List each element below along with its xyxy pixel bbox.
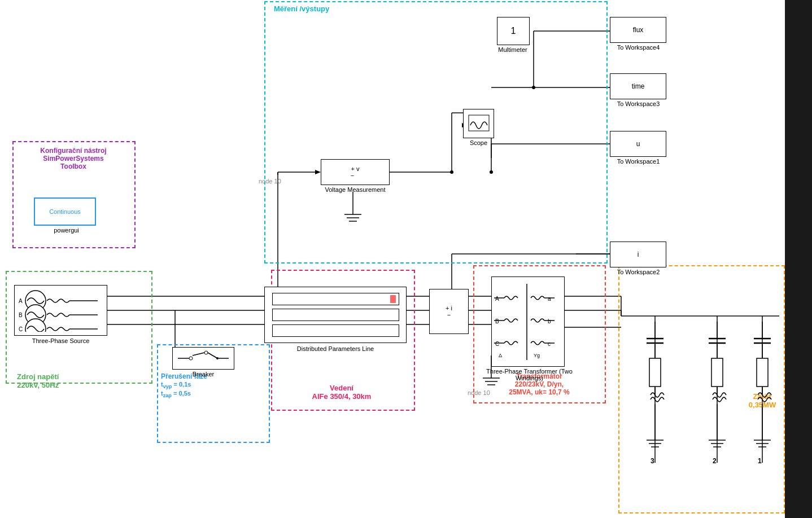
svg-text:Δ: Δ: [499, 353, 502, 358]
i-label: i: [638, 251, 639, 258]
svg-text:A: A: [19, 298, 23, 304]
flux-sublabel: To Workspace4: [609, 44, 668, 51]
scope-sublabel: Scope: [463, 139, 494, 146]
breaker-icon: [175, 350, 232, 367]
breaker-sublabel: Breaker: [172, 371, 234, 377]
current-meas-block[interactable]: + i −: [429, 289, 469, 334]
transformer-sublabel: Three-Phase Transformer (Two Windings): [474, 368, 584, 381]
transformer-icon: A B C a b c Δ Yg: [494, 281, 562, 363]
voltage-measurement-block[interactable]: + v−: [321, 159, 390, 185]
svg-text:A: A: [495, 296, 499, 302]
i-workspace-block[interactable]: i: [610, 242, 666, 267]
dist-line-sublabel: Distributed Parameters Line: [264, 345, 407, 352]
time-sublabel: To Workspace3: [609, 100, 668, 107]
flux-label: flux: [633, 26, 644, 34]
scope-icon: [468, 114, 490, 134]
powergui-label: Continuous: [49, 208, 81, 215]
svg-line-68: [193, 353, 204, 355]
three-phase-source-icon: A B C: [19, 289, 103, 332]
config-label: Konfigurační nástrojSimPowerSystemsToolb…: [20, 147, 127, 170]
svg-text:B: B: [19, 312, 23, 318]
svg-point-69: [204, 351, 208, 354]
svg-point-71: [216, 357, 219, 359]
u-workspace-block[interactable]: u: [610, 131, 666, 157]
svg-text:c: c: [548, 341, 551, 347]
three-phase-source-sublabel: Three-Phase Source: [14, 337, 107, 344]
svg-point-67: [189, 357, 193, 360]
time-workspace-block[interactable]: time: [610, 73, 666, 99]
measurement-area: [264, 1, 608, 264]
svg-text:C: C: [19, 326, 23, 332]
load1: 1: [751, 322, 774, 453]
svg-line-70: [208, 353, 217, 358]
svg-text:Yg: Yg: [534, 353, 540, 358]
svg-rect-112: [757, 358, 768, 387]
voltage-meas-sublabel: Voltage Measurement: [313, 186, 397, 193]
svg-text:a: a: [548, 296, 551, 302]
dist-line-block[interactable]: [264, 287, 407, 343]
measurement-label: Měření /výstupy: [274, 5, 329, 13]
u-sublabel: To Workspace1: [609, 158, 668, 165]
right-sidebar: [785, 0, 812, 518]
svg-text:B: B: [495, 318, 499, 324]
three-phase-source-block[interactable]: A B C: [14, 285, 107, 336]
svg-rect-102: [711, 358, 723, 387]
flux-workspace-block[interactable]: flux: [610, 17, 666, 43]
powergui-sublabel: powergui: [48, 227, 85, 234]
transformer-block[interactable]: A B C a b c Δ Yg: [491, 276, 565, 367]
node10-right-label: node 10: [468, 389, 490, 396]
svg-text:b: b: [548, 318, 551, 324]
time-label: time: [632, 82, 645, 90]
breaker-block[interactable]: [172, 347, 234, 370]
multimeter-label: 1: [511, 26, 516, 36]
u-label: u: [636, 140, 640, 148]
svg-rect-92: [649, 358, 661, 387]
load2: 2: [706, 322, 728, 453]
i-sublabel: To Workspace2: [609, 269, 668, 275]
multimeter-sublabel: Multimeter: [490, 46, 535, 53]
scope-block[interactable]: [463, 109, 494, 138]
load3: 3: [644, 322, 666, 453]
node10-left-label: node 10: [259, 178, 281, 185]
powergui-block[interactable]: Continuous: [34, 197, 96, 226]
source-annotation: Zdroj napětí220kV, 50Hz: [17, 372, 59, 389]
svg-text:C: C: [495, 341, 499, 347]
multimeter-block[interactable]: 1: [497, 17, 530, 45]
vedeni-annotation: VedeníAlFe 350/4, 30km: [277, 384, 407, 401]
